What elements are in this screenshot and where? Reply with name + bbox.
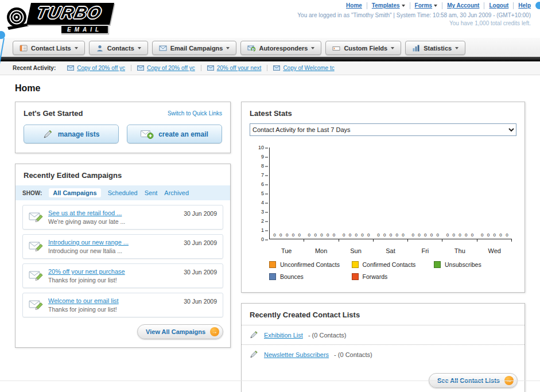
- activity-item[interactable]: Copy of Welcome tc: [267, 65, 340, 71]
- pencil-icon: [250, 350, 259, 359]
- logo-banner: TURBO: [26, 3, 114, 25]
- view-all-campaigns-button[interactable]: View All Campaigns →: [137, 324, 223, 339]
- filter-archived[interactable]: Archived: [164, 189, 189, 196]
- campaign-link[interactable]: 20% off your next purchase: [48, 268, 125, 275]
- filter-sent[interactable]: Sent: [145, 189, 158, 196]
- bar-value-label: 0: [446, 232, 449, 238]
- legend-item: Unsubscribes: [434, 261, 516, 268]
- campaign-link[interactable]: Welcome to our email list: [48, 297, 119, 304]
- link-help[interactable]: Help: [514, 2, 531, 9]
- utility-nav: Home Templates Forms My Account Logout H…: [297, 2, 531, 9]
- bar-value-labels: 00000: [304, 232, 339, 238]
- activity-link[interactable]: Copy of 20% off yc: [147, 65, 195, 71]
- legend-label: Unconfirmed Contacts: [280, 261, 340, 268]
- tab-custom-fields[interactable]: Custom Fields: [325, 41, 401, 55]
- tab-email-campaigns[interactable]: Email Campaigns: [152, 41, 237, 55]
- manage-lists-label: manage lists: [58, 130, 100, 138]
- contact-list-link[interactable]: Exhibition List: [264, 332, 303, 339]
- chevron-down-icon: [391, 47, 394, 49]
- campaigns-filter-bar: SHOW: All Campaigns Scheduled Sent Archi…: [15, 185, 230, 200]
- bar-value-label: 0: [481, 232, 483, 238]
- campaign-link[interactable]: See us at the retail food ...: [48, 209, 122, 216]
- y-tick-label: 0: [261, 237, 264, 242]
- activity-link[interactable]: Copy of 20% off yc: [77, 65, 125, 71]
- legend-item: Unconfirmed Contacts: [269, 261, 352, 268]
- link-home[interactable]: Home: [341, 2, 367, 9]
- campaign-row: 20% off your next purchase Thanks for jo…: [22, 263, 223, 288]
- contact-list-row: Exhibition List - (0 Contacts): [242, 325, 525, 344]
- latest-stats-title: Latest Stats: [250, 109, 292, 118]
- activity-link[interactable]: 20% off your next: [217, 65, 262, 71]
- filter-all-campaigns[interactable]: All Campaigns: [49, 188, 100, 197]
- legend-label: Bounces: [280, 273, 304, 280]
- tab-contacts[interactable]: Contacts: [89, 41, 148, 55]
- bar-value-label: 0: [424, 232, 426, 238]
- contact-list-count: - (0 Contacts): [334, 351, 372, 358]
- bar-value-label: 0: [367, 232, 370, 238]
- y-tick-label: 10: [258, 145, 264, 150]
- email-icon: [207, 65, 214, 71]
- bar-value-label: 0: [437, 232, 439, 238]
- chart-category-group: 00000: [408, 148, 442, 239]
- x-axis-label: Thu: [442, 244, 477, 254]
- campaign-subject: Thanks for joining our list!: [48, 277, 179, 284]
- bar-value-labels: 00000: [477, 232, 512, 238]
- tab-email-campaigns-label: Email Campaigns: [170, 45, 223, 52]
- activity-link[interactable]: Copy of Welcome tc: [283, 65, 334, 71]
- chevron-down-icon: [226, 47, 230, 49]
- bar-value-labels: 00000: [339, 232, 374, 238]
- contact-lists-panel: Recently Created Contact Lists Exhibitio…: [241, 303, 525, 392]
- tab-contact-lists[interactable]: Contact Lists: [13, 41, 85, 55]
- app-window: TURBO EMAIL Home Templates Forms My Acco…: [0, 0, 540, 392]
- legend-item: Forwards: [352, 273, 434, 280]
- bar-value-label: 0: [418, 232, 420, 238]
- get-started-title: Let's Get Started: [24, 109, 83, 118]
- main-content: Home Let's Get Started Switch to Quick L…: [0, 75, 540, 392]
- create-email-button[interactable]: create an email: [127, 125, 222, 143]
- stats-range-select[interactable]: Contact Activity for the Last 7 Days: [250, 123, 516, 136]
- activity-item[interactable]: 20% off your next: [201, 65, 268, 71]
- view-all-campaigns-label: View All Campaigns: [146, 328, 205, 335]
- filter-scheduled[interactable]: Scheduled: [108, 189, 138, 196]
- campaign-row: Introducing our new range ... Introducin…: [22, 234, 223, 259]
- bar-value-label: 0: [411, 232, 414, 238]
- tab-autoresponders[interactable]: Autoresponders: [240, 41, 321, 55]
- chevron-down-icon: [434, 5, 437, 7]
- chart-category-group: 00000: [339, 148, 374, 239]
- link-templates[interactable]: Templates: [367, 2, 410, 9]
- link-my-account[interactable]: My Account: [442, 2, 484, 9]
- pencil-icon: [250, 331, 259, 339]
- chart-category-group: 00000: [374, 148, 408, 239]
- manage-lists-button[interactable]: manage lists: [24, 125, 119, 143]
- arrow-right-icon: →: [210, 327, 219, 336]
- campaign-date: 30 Jun 2009: [184, 268, 217, 275]
- bar-value-label: 0: [506, 232, 508, 238]
- bar-value-label: 0: [390, 232, 392, 238]
- link-forms-label: Forms: [415, 2, 433, 9]
- tab-statistics[interactable]: Statistics: [405, 41, 465, 55]
- legend-label: Forwards: [363, 273, 388, 280]
- autoresponders-icon: [247, 44, 255, 52]
- campaign-link[interactable]: Introducing our new range ...: [48, 239, 129, 246]
- bar-value-labels: 00000: [408, 232, 442, 238]
- activity-item[interactable]: Copy of 20% off yc: [61, 65, 131, 71]
- chart-category-group: 00000: [477, 148, 512, 239]
- statistics-icon: [412, 44, 420, 52]
- legend-swatch: [269, 261, 276, 268]
- activity-item[interactable]: Copy of 20% off yc: [131, 65, 201, 71]
- bar-value-label: 0: [361, 232, 363, 238]
- link-forms[interactable]: Forms: [410, 2, 443, 9]
- campaign-date: 30 Jun 2009: [184, 297, 217, 305]
- header: TURBO EMAIL Home Templates Forms My Acco…: [0, 0, 540, 38]
- bar-value-label: 0: [453, 232, 455, 238]
- switch-quick-links-link[interactable]: Switch to Quick Links: [168, 110, 222, 117]
- email-edit-icon: [29, 298, 44, 310]
- email-edit-icon: [29, 269, 44, 281]
- link-logout[interactable]: Logout: [484, 2, 514, 9]
- tab-custom-fields-label: Custom Fields: [344, 45, 387, 52]
- app-logo[interactable]: TURBO EMAIL: [6, 2, 155, 36]
- tab-autoresponders-label: Autoresponders: [259, 45, 308, 52]
- contact-list-link[interactable]: Newsletter Subscribers: [264, 351, 329, 358]
- email-edit-icon: [29, 211, 44, 222]
- x-axis-label: Wed: [477, 244, 512, 254]
